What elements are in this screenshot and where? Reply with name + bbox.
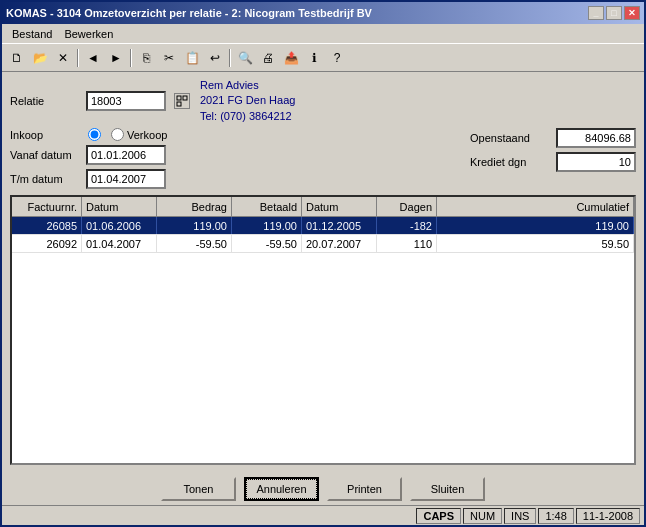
right-form: Openstaand Krediet dgn [450,78,636,189]
col-header-datum1: Datum [82,197,157,216]
cell-datum1: 01.06.2006 [82,217,157,234]
cell-datum2: 01.12.2005 [302,217,377,234]
close-button[interactable]: ✕ [624,6,640,20]
relatie-icon-btn[interactable] [174,93,190,109]
toolbar-sep1 [77,49,79,67]
caps-indicator: CAPS [416,508,461,524]
company-phone: Tel: (070) 3864212 [200,109,295,124]
toolbar-sep3 [229,49,231,67]
tm-datum-input[interactable] [86,169,166,189]
table-row[interactable]: 26085 01.06.2006 119.00 119.00 01.12.200… [12,217,634,235]
toolbar-info[interactable]: ℹ [303,47,325,69]
toolbar-print[interactable]: 🖨 [257,47,279,69]
annuleren-button[interactable]: Annuleren [244,477,319,501]
title-bar-buttons: _ □ ✕ [588,6,640,20]
relatie-row: Relatie Rem Advies 2021 FG Den Haag Tel:… [10,78,450,124]
relatie-input[interactable] [86,91,166,111]
inkoop-verkoop-row: Inkoop Verkoop [10,128,450,141]
title-bar: KOMAS - 3104 Omzetoverzicht per relatie … [2,2,644,24]
verkoop-radio[interactable] [111,128,124,141]
cell-factuurnr: 26092 [12,235,82,252]
toolbar: 🗋 📂 ✕ ◄ ► ⎘ ✂ 📋 ↩ 🔍 🖨 📤 ℹ ? [2,44,644,72]
toolbar-new[interactable]: 🗋 [6,47,28,69]
sluiten-button[interactable]: Sluiten [410,477,485,501]
status-bar: CAPS NUM INS 1:48 11-1-2008 [2,505,644,525]
col-header-dagen: Dagen [377,197,437,216]
menu-bestand[interactable]: Bestand [6,26,58,42]
window-title: KOMAS - 3104 Omzetoverzicht per relatie … [6,7,372,19]
toolbar-forward[interactable]: ► [105,47,127,69]
left-form: Relatie Rem Advies 2021 FG Den Haag Tel:… [10,78,450,189]
vanaf-datum-row: Vanaf datum [10,145,450,165]
toolbar-help[interactable]: ? [326,47,348,69]
toolbar-copy[interactable]: ⎘ [135,47,157,69]
cell-datum1: 01.04.2007 [82,235,157,252]
toolbar-open[interactable]: 📂 [29,47,51,69]
table-row[interactable]: 26092 01.04.2007 -59.50 -59.50 20.07.200… [12,235,634,253]
col-header-cumulatief: Cumulatief [437,197,634,216]
cell-cumulatief: 119.00 [437,217,634,234]
cell-betaald: 119.00 [232,217,302,234]
svg-rect-2 [183,96,187,100]
invoice-grid: Factuurnr. Datum Bedrag Betaald Datum Da… [10,195,636,465]
cell-bedrag: -59.50 [157,235,232,252]
radio-group: Verkoop [88,128,167,141]
cell-bedrag: 119.00 [157,217,232,234]
toolbar-paste[interactable]: 📋 [181,47,203,69]
form-section: Relatie Rem Advies 2021 FG Den Haag Tel:… [10,78,636,189]
openstaand-label: Openstaand [470,132,550,144]
inkoop-label: Inkoop [10,129,80,141]
col-header-betaald: Betaald [232,197,302,216]
bottom-buttons: Tonen Annuleren Printen Sluiten [2,471,644,505]
ins-indicator: INS [504,508,536,524]
menu-bar: Bestand Bewerken [2,24,644,44]
toolbar-back[interactable]: ◄ [82,47,104,69]
tonen-button[interactable]: Tonen [161,477,236,501]
tm-datum-label: T/m datum [10,173,80,185]
cell-datum2: 20.07.2007 [302,235,377,252]
toolbar-sep2 [130,49,132,67]
col-header-bedrag: Bedrag [157,197,232,216]
toolbar-delete[interactable]: ✕ [52,47,74,69]
openstaand-row: Openstaand [470,128,636,148]
company-address: 2021 FG Den Haag [200,93,295,108]
company-name: Rem Advies [200,78,295,93]
vanaf-datum-label: Vanaf datum [10,149,80,161]
tm-datum-row: T/m datum [10,169,450,189]
inkoop-radio[interactable] [88,128,101,141]
cell-dagen: -182 [377,217,437,234]
cell-betaald: -59.50 [232,235,302,252]
toolbar-export[interactable]: 📤 [280,47,302,69]
content-area: Relatie Rem Advies 2021 FG Den Haag Tel:… [2,72,644,471]
krediet-dgn-input[interactable] [556,152,636,172]
verkoop-label[interactable]: Verkoop [111,128,167,141]
minimize-button[interactable]: _ [588,6,604,20]
date-display: 11-1-2008 [576,508,640,524]
time-display: 1:48 [538,508,573,524]
toolbar-undo[interactable]: ↩ [204,47,226,69]
printen-button[interactable]: Printen [327,477,402,501]
vanaf-datum-input[interactable] [86,145,166,165]
relatie-info: Rem Advies 2021 FG Den Haag Tel: (070) 3… [200,78,295,124]
svg-rect-1 [177,102,181,106]
openstaand-input[interactable] [556,128,636,148]
num-indicator: NUM [463,508,502,524]
krediet-row: Krediet dgn [470,152,636,172]
col-header-factuurnr: Factuurnr. [12,197,82,216]
toolbar-cut[interactable]: ✂ [158,47,180,69]
grid-body: 26085 01.06.2006 119.00 119.00 01.12.200… [12,217,634,253]
cell-dagen: 110 [377,235,437,252]
svg-rect-0 [177,96,181,100]
toolbar-search[interactable]: 🔍 [234,47,256,69]
main-window: KOMAS - 3104 Omzetoverzicht per relatie … [0,0,646,527]
cell-factuurnr: 26085 [12,217,82,234]
cell-cumulatief: 59.50 [437,235,634,252]
grid-header: Factuurnr. Datum Bedrag Betaald Datum Da… [12,197,634,217]
menu-bewerken[interactable]: Bewerken [58,26,119,42]
relatie-label: Relatie [10,95,80,107]
maximize-button[interactable]: □ [606,6,622,20]
col-header-datum2: Datum [302,197,377,216]
krediet-dgn-label: Krediet dgn [470,156,550,168]
